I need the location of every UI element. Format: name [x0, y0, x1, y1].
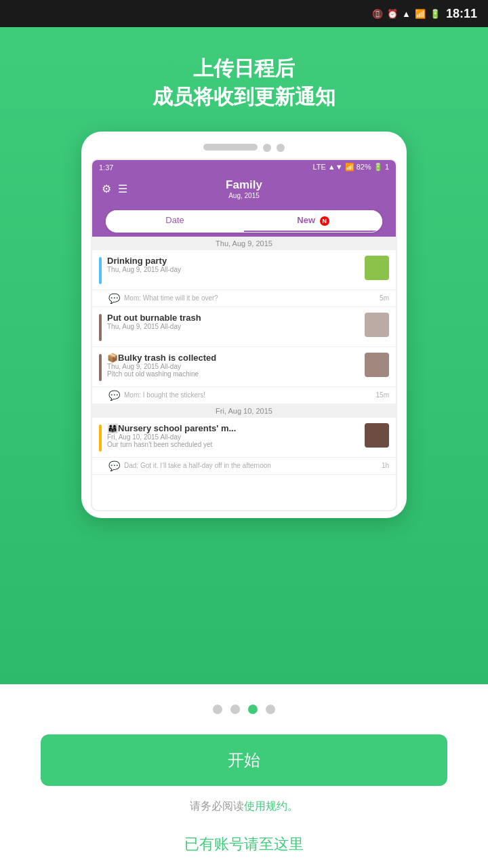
wifi-icon: ▲ [402, 9, 411, 19]
phone-notch [203, 144, 258, 151]
terms-prefix: 请务必阅读 [190, 800, 244, 812]
event-bar [99, 425, 102, 452]
inner-right: LTE ▲▼ 📶 82% 🔋 1 [312, 163, 389, 172]
comment-row: 💬 Mom: What time will it be over? 5m [92, 290, 396, 307]
app-title: Family [102, 178, 386, 192]
tab-bar: Date New N [106, 210, 382, 233]
phone-dot2 [277, 144, 285, 152]
signal-icon: 📶 [415, 9, 426, 19]
dot-1 [213, 705, 222, 714]
phone-top-bar [91, 144, 397, 152]
app-subtitle: Aug, 2015 [102, 192, 386, 199]
event-title: 👨‍👩‍👧Nursery school parents' m... [107, 423, 359, 433]
date-header-2: Fri, Aug 10, 2015 [92, 404, 396, 418]
event-title: Drinking party [107, 256, 359, 266]
event-bar [99, 257, 102, 284]
event-image [365, 353, 389, 377]
headline: 上传日程后 成员将收到更新通知 [152, 54, 336, 111]
dot-4 [266, 705, 275, 714]
chat-icon: 💬 [108, 293, 120, 304]
alarm-icon: ⏰ [387, 9, 398, 19]
event-date: Thu, Aug 9, 2015 All-day [107, 323, 359, 330]
battery-icon: 🔋 [430, 9, 441, 19]
comment-text: Mom: I bought the stickers! [124, 391, 372, 399]
dots-indicator [213, 705, 275, 714]
app-title-area: Family Aug, 2015 [102, 178, 386, 199]
gear-icon[interactable] [102, 182, 111, 195]
terms-text: 请务必阅读使用规约。 [190, 800, 298, 814]
event-content: Put out burnable trash Thu, Aug 9, 2015 … [107, 313, 359, 330]
status-bar: 📵 ⏰ ▲ 📶 🔋 18:11 [0, 0, 488, 27]
event-desc: Our turn hasn't been scheduled yet [107, 441, 359, 448]
comment-text: Mom: What time will it be over? [124, 294, 375, 302]
event-date: Thu, Aug 9, 2015 All-day [107, 363, 359, 370]
comment-time: 1h [382, 462, 389, 469]
event-desc: Pitch out old washing machine [107, 370, 359, 378]
event-date: Thu, Aug 9, 2015 All-day [107, 266, 359, 273]
event-content: 📦Bulky trash is collected Thu, Aug 9, 20… [107, 353, 359, 378]
comment-row: 💬 Mom: I bought the stickers! 15m [92, 387, 396, 404]
chat-icon: 💬 [108, 460, 120, 471]
event-title: 📦Bulky trash is collected [107, 353, 359, 363]
list-item[interactable]: 📦Bulky trash is collected Thu, Aug 9, 20… [92, 347, 396, 387]
event-list: Thu, Aug 9, 2015 Drinking party Thu, Aug… [92, 237, 396, 475]
event-bar [99, 354, 102, 381]
inner-time: 1:37 [99, 163, 113, 172]
bottom-area: 开始 请务必阅读使用规约。 已有账号请至这里 [0, 684, 488, 868]
event-content: 👨‍👩‍👧Nursery school parents' m... Fri, A… [107, 423, 359, 448]
list-item[interactable]: 👨‍👩‍👧Nursery school parents' m... Fri, A… [92, 418, 396, 458]
start-button[interactable]: 开始 [41, 734, 447, 786]
app-header: Family Aug, 2015 [92, 174, 396, 206]
event-image [365, 256, 389, 280]
tab-new[interactable]: New N [244, 210, 382, 232]
top-area: 上传日程后 成员将收到更新通知 1:37 LTE ▲▼ 📶 82% 🔋 1 [0, 27, 488, 684]
login-link[interactable]: 已有账号请至这里 [184, 834, 304, 854]
network-icon: 📵 [372, 9, 383, 19]
inner-status-bar: 1:37 LTE ▲▼ 📶 82% 🔋 1 [92, 160, 396, 174]
comment-time: 15m [376, 391, 389, 399]
list-item[interactable]: Put out burnable trash Thu, Aug 9, 2015 … [92, 307, 396, 347]
status-time: 18:11 [446, 7, 477, 21]
tab-date[interactable]: Date [106, 210, 244, 232]
headline-line1: 上传日程后 [152, 54, 336, 83]
header-icons [102, 182, 127, 195]
event-image [365, 423, 389, 448]
status-icons: 📵 ⏰ ▲ 📶 🔋 [372, 9, 441, 19]
event-image [365, 313, 389, 337]
event-title: Put out burnable trash [107, 313, 359, 323]
comment-time: 5m [380, 294, 389, 302]
dot-3 [248, 705, 258, 714]
event-bar [99, 314, 102, 341]
comment-text: Dad: Got it. I'll take a half-day off in… [124, 462, 378, 469]
event-content: Drinking party Thu, Aug 9, 2015 All-day [107, 256, 359, 273]
phone-mockup: 1:37 LTE ▲▼ 📶 82% 🔋 1 Family Aug, 2015 [81, 132, 407, 518]
new-badge: N [320, 216, 329, 226]
phone-dot1 [263, 144, 271, 152]
chat-icon: 💬 [108, 390, 120, 401]
headline-line2: 成员将收到更新通知 [152, 83, 336, 111]
event-date: Fri, Aug 10, 2015 All-day [107, 433, 359, 441]
date-header-1: Thu, Aug 9, 2015 [92, 237, 396, 250]
list-item[interactable]: Drinking party Thu, Aug 9, 2015 All-day [92, 250, 396, 290]
terms-link[interactable]: 使用规约。 [244, 800, 298, 812]
phone-screen: 1:37 LTE ▲▼ 📶 82% 🔋 1 Family Aug, 2015 [91, 159, 397, 511]
comment-row: 💬 Dad: Got it. I'll take a half-day off … [92, 458, 396, 475]
menu-icon[interactable] [118, 182, 127, 195]
dot-2 [230, 705, 240, 714]
